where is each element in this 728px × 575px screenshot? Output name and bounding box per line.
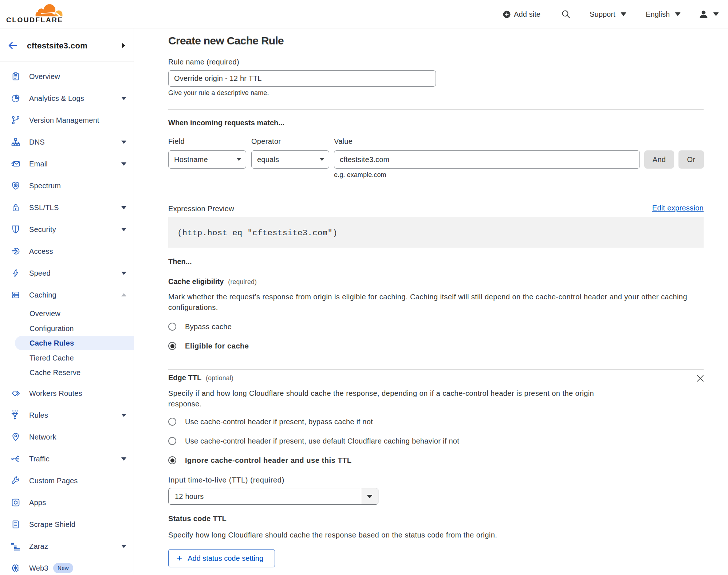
sidebar-subitem-tiered-cache[interactable]: Tiered Cache	[0, 351, 134, 366]
sidebar-item-ssl-tls[interactable]: SSL/TLS	[0, 197, 134, 218]
edge-ttl-heading: Edge TTL	[168, 374, 201, 382]
operator-select[interactable]: equals	[251, 150, 329, 169]
sidebar-subitem-label: Overview	[29, 310, 60, 318]
site-name[interactable]: cftestsite3.com	[27, 41, 87, 51]
sidebar-item-label: Overview	[29, 72, 60, 81]
cloud-dark-body	[36, 4, 56, 16]
sidebar-subitem-configuration[interactable]: Configuration	[0, 321, 134, 336]
value-input[interactable]: cftestsite3.com	[334, 150, 640, 169]
envelope-icon	[11, 159, 20, 169]
document-icon-svg	[11, 520, 20, 529]
search-button[interactable]	[561, 0, 571, 28]
pie-chart-icon-svg	[11, 94, 20, 103]
language-menu[interactable]: English	[646, 0, 681, 28]
git-branch-icon-svg	[11, 115, 20, 125]
sidebar-item-label: Traffic	[29, 454, 50, 463]
chevron-down-icon	[121, 141, 126, 144]
status-code-ttl-heading: Status code TTL	[168, 515, 227, 523]
edge-ttl-option-1[interactable]: Use cache-control header if present, byp…	[168, 418, 373, 426]
search-icon	[561, 9, 571, 19]
add-status-code-button[interactable]: + Add status code setting	[168, 549, 275, 567]
sidebar-item-zaraz[interactable]: Zaraz	[0, 535, 134, 557]
cloudflare-logo[interactable]: CLOUDFLARE	[6, 1, 63, 23]
radio-unchecked-icon	[168, 323, 176, 331]
and-button[interactable]: And	[644, 150, 674, 169]
rule-name-input[interactable]: Override origin - 12 hr TTL	[168, 70, 436, 87]
sidebar-subitem-overview[interactable]: Overview	[0, 306, 134, 321]
sidebar-item-workers-routes[interactable]: Workers Routes	[0, 382, 134, 404]
sidebar-item-caching[interactable]: Caching	[0, 284, 134, 306]
divider	[168, 369, 704, 370]
or-button[interactable]: Or	[678, 150, 704, 169]
eligible-for-cache-option[interactable]: Eligible for cache	[168, 342, 249, 350]
sidebar-item-label: Rules	[29, 411, 48, 419]
chevron-down-icon	[121, 272, 126, 275]
sidebar-item-email[interactable]: Email	[0, 153, 134, 175]
edge-ttl-option-2[interactable]: Use cache-control header if present, use…	[168, 437, 459, 445]
add-status-code-label: Add status code setting	[188, 554, 263, 563]
cloudflare-cloud-icon	[6, 1, 63, 17]
add-site-button[interactable]: Add site	[503, 0, 540, 28]
sidebar-item-apps[interactable]: Apps	[0, 492, 134, 513]
edit-expression-link[interactable]: Edit expression	[652, 204, 704, 212]
operator-label: Operator	[251, 137, 281, 146]
new-badge: New	[53, 563, 73, 573]
chevron-down-icon	[121, 162, 126, 166]
envelope-icon-svg	[11, 159, 20, 169]
chevron-down-icon	[121, 206, 126, 209]
sidebar-item-traffic[interactable]: Traffic	[0, 448, 134, 470]
site-switcher-caret-icon[interactable]	[122, 43, 125, 48]
sidebar-item-version-management[interactable]: Version Management	[0, 109, 134, 131]
sidebar: cftestsite3.com OverviewAnalytics & Logs…	[0, 28, 134, 575]
sidebar-item-scrape-shield[interactable]: Scrape Shield	[0, 513, 134, 535]
sidebar-item-custom-pages[interactable]: Custom Pages	[0, 470, 134, 492]
sidebar-subitem-cache-reserve[interactable]: Cache Reserve	[0, 365, 134, 380]
sidebar-item-security[interactable]: Security	[0, 218, 134, 240]
lightning-icon-svg	[11, 268, 20, 278]
sidebar-subitem-label: Cache Reserve	[29, 369, 80, 377]
add-site-label: Add site	[514, 10, 540, 19]
shield-icon-svg	[11, 225, 20, 234]
sidebar-item-overview[interactable]: Overview	[0, 66, 134, 87]
ttl-select-button[interactable]	[361, 488, 378, 504]
value-helper: e.g. example.com	[334, 171, 386, 179]
cache-eligibility-required: (required)	[228, 278, 257, 286]
cache-eligibility-heading-row: Cache eligibility (required)	[168, 277, 257, 286]
radio-checked-icon	[168, 342, 176, 350]
sidebar-nav: OverviewAnalytics & LogsVersion Manageme…	[0, 62, 134, 575]
sidebar-subitem-cache-rules[interactable]: Cache Rules	[0, 336, 134, 351]
or-button-label: Or	[687, 155, 696, 164]
branch-arrows-icon-svg	[11, 454, 20, 464]
support-label: Support	[590, 10, 615, 19]
sidebar-item-spectrum[interactable]: Spectrum	[0, 175, 134, 197]
field-select[interactable]: Hostname	[168, 150, 246, 169]
chevron-down-icon	[121, 97, 126, 100]
close-icon[interactable]	[696, 374, 704, 382]
sidebar-item-rules[interactable]: Rules	[0, 404, 134, 426]
sidebar-item-speed[interactable]: Speed	[0, 262, 134, 284]
back-arrow-icon[interactable]	[8, 42, 17, 50]
bypass-cache-option[interactable]: Bypass cache	[168, 323, 232, 331]
ttl-select[interactable]: 12 hours	[168, 488, 378, 505]
map-pin-icon	[11, 432, 20, 442]
sidebar-item-web3[interactable]: Web3New	[0, 557, 134, 575]
edge-ttl-option-3[interactable]: Ignore cache-control header and use this…	[168, 456, 352, 464]
chevron-up-icon	[121, 293, 126, 296]
sidebar-item-access[interactable]: Access	[0, 240, 134, 262]
site-header: cftestsite3.com	[0, 28, 134, 62]
support-menu[interactable]: Support	[590, 0, 626, 28]
sidebar-item-label: Caching	[29, 291, 56, 299]
and-button-label: And	[653, 155, 666, 164]
sidebar-item-network[interactable]: Network	[0, 426, 134, 448]
edge-ttl-option-2-label: Use cache-control header if present, use…	[185, 437, 459, 445]
zaraz-bars-icon	[11, 541, 20, 551]
login-arrow-icon	[11, 247, 20, 256]
sidebar-item-dns[interactable]: DNS	[0, 131, 134, 153]
chevron-down-icon	[713, 12, 719, 16]
account-menu[interactable]	[699, 0, 719, 28]
sidebar-item-analytics-logs[interactable]: Analytics & Logs	[0, 87, 134, 109]
sidebar-item-label: Spectrum	[29, 182, 61, 190]
sidebar-item-label: SSL/TLS	[29, 204, 59, 212]
then-heading: Then...	[168, 257, 192, 266]
cloudflare-wordmark: CLOUDFLARE	[6, 16, 63, 24]
